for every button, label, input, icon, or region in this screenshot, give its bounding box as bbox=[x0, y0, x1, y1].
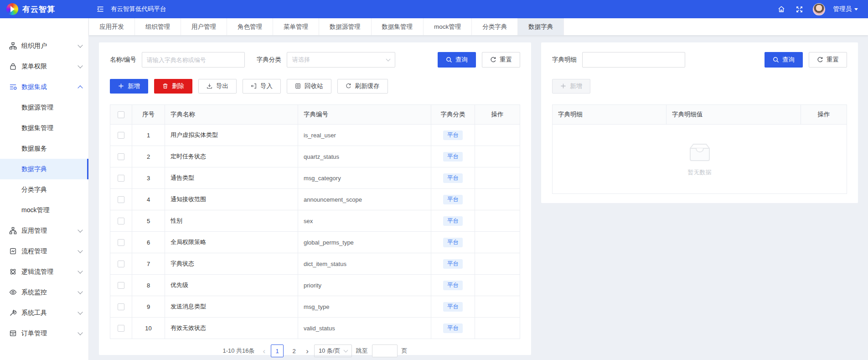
sidebar-item-label: 流程管理 bbox=[21, 247, 74, 256]
top-header: 有云智算 有云智算低代码平台 管理员 bbox=[0, 0, 868, 18]
sidebar-item-app-mgmt[interactable]: 应用管理 bbox=[0, 220, 88, 241]
detail-reset-button[interactable]: 重置 bbox=[809, 52, 847, 68]
sidebar-item-process-mgmt[interactable]: 流程管理 bbox=[0, 241, 88, 261]
export-button[interactable]: 导出 bbox=[198, 79, 237, 94]
row-checkbox[interactable] bbox=[118, 325, 124, 332]
sidebar-item-menu-perms[interactable]: 菜单权限 bbox=[0, 56, 88, 77]
add-button[interactable]: 新增 bbox=[110, 79, 148, 94]
name-code-label: 名称/编号 bbox=[110, 56, 136, 64]
pagination: 1-10 共16条 ‹ 1 2 › 10 条/页 跳至 页 bbox=[110, 344, 520, 358]
recycle-bin-button-label: 回收站 bbox=[305, 82, 323, 90]
prev-page-button[interactable]: ‹ bbox=[262, 347, 267, 355]
wrench-icon bbox=[9, 309, 17, 317]
page-2-button[interactable]: 2 bbox=[288, 344, 300, 357]
delete-button[interactable]: 删除 bbox=[154, 79, 192, 94]
row-actions-cell bbox=[475, 189, 520, 210]
row-actions-cell bbox=[475, 275, 520, 296]
table-row: 7 字典状态 dict_item_status 平台 bbox=[110, 253, 520, 275]
fullscreen-icon[interactable] bbox=[795, 4, 805, 14]
sidebar-sub-category-dict[interactable]: 分类字典 bbox=[0, 179, 88, 200]
col-header-actions: 操作 bbox=[475, 105, 520, 124]
reset-button[interactable]: 重置 bbox=[482, 52, 520, 68]
next-page-button[interactable]: › bbox=[305, 347, 310, 355]
org-chart-icon bbox=[9, 42, 17, 50]
sidebar-sub-data-dict[interactable]: 数据字典 bbox=[0, 159, 88, 179]
avatar[interactable] bbox=[813, 3, 825, 16]
tab-role-mgmt[interactable]: 角色管理 bbox=[227, 18, 273, 35]
plus-icon bbox=[118, 83, 124, 89]
row-checkbox[interactable] bbox=[118, 282, 124, 289]
menu-fold-icon[interactable] bbox=[95, 4, 105, 14]
sidebar-item-sys-monitor[interactable]: 系统监控 bbox=[0, 282, 88, 303]
row-checkbox[interactable] bbox=[118, 153, 124, 160]
sidebar-sub-dataset-mgmt[interactable]: 数据集管理 bbox=[0, 118, 88, 138]
home-icon[interactable] bbox=[776, 4, 786, 14]
dict-filter-bar: 名称/编号 字典分类 请选择 查询 重置 bbox=[110, 52, 520, 68]
tab-dataset-mgmt[interactable]: 数据集管理 bbox=[372, 18, 424, 35]
select-all-checkbox[interactable] bbox=[118, 111, 124, 118]
caret-down-icon bbox=[854, 8, 858, 10]
tab-datasource-mgmt[interactable]: 数据源管理 bbox=[319, 18, 372, 35]
detail-table-header: 字典明细 字典明细值 操作 bbox=[553, 105, 847, 125]
row-index: 5 bbox=[132, 210, 165, 231]
sidebar-item-sys-tools[interactable]: 系统工具 bbox=[0, 303, 88, 323]
category-select[interactable]: 请选择 bbox=[287, 52, 395, 68]
page-unit-label: 页 bbox=[402, 347, 408, 355]
recycle-bin-button[interactable]: 回收站 bbox=[287, 79, 331, 94]
sidebar-sub-data-service[interactable]: 数据服务 bbox=[0, 138, 88, 159]
dict-code-cell: announcement_scope bbox=[298, 189, 431, 210]
sidebar-item-order-mgmt[interactable]: 订单管理 bbox=[0, 323, 88, 344]
row-index: 6 bbox=[132, 232, 165, 253]
tab-org-mgmt[interactable]: 组织管理 bbox=[135, 18, 181, 35]
row-checkbox[interactable] bbox=[118, 196, 124, 203]
col-header-actions: 操作 bbox=[801, 105, 847, 124]
jump-page-input[interactable] bbox=[372, 344, 398, 357]
sidebar-item-logicflow-mgmt[interactable]: 逻辑流管理 bbox=[0, 261, 88, 282]
row-checkbox[interactable] bbox=[118, 218, 124, 224]
category-tag: 平台 bbox=[443, 195, 463, 204]
sidebar-sub-mock-mgmt[interactable]: mock管理 bbox=[0, 200, 88, 220]
tab-category-dict[interactable]: 分类字典 bbox=[472, 18, 518, 35]
sidebar-item-label: 应用管理 bbox=[21, 227, 74, 235]
row-index: 2 bbox=[132, 146, 165, 167]
tab-user-mgmt[interactable]: 用户管理 bbox=[181, 18, 227, 35]
dict-table: 序号 字典名称 字典编号 字典分类 操作 1 用户虚拟实体类型 is_real_… bbox=[110, 104, 520, 339]
row-checkbox[interactable] bbox=[118, 239, 124, 246]
table-row: 4 通知接收范围 announcement_scope 平台 bbox=[110, 189, 520, 210]
dict-code-cell: valid_status bbox=[298, 318, 431, 339]
tab-app-dev[interactable]: 应用开发 bbox=[89, 18, 135, 35]
refresh-cache-button[interactable]: 刷新缓存 bbox=[337, 79, 388, 94]
dict-name-cell: 通告类型 bbox=[165, 167, 298, 188]
brand: 有云智算 bbox=[0, 3, 89, 15]
header-actions: 管理员 bbox=[776, 3, 868, 16]
table-row: 5 性别 sex 平台 bbox=[110, 210, 520, 232]
sidebar-item-org-users[interactable]: 组织用户 bbox=[0, 36, 88, 56]
sidebar-item-label: 组织用户 bbox=[21, 42, 74, 50]
chevron-up-icon bbox=[78, 85, 83, 90]
row-checkbox[interactable] bbox=[118, 303, 124, 310]
row-checkbox[interactable] bbox=[118, 132, 124, 139]
name-code-input[interactable] bbox=[142, 52, 245, 68]
row-actions-cell bbox=[475, 167, 520, 188]
table-row: 10 有效无效状态 valid_status 平台 bbox=[110, 318, 520, 339]
sidebar-sub-datasource-mgmt[interactable]: 数据源管理 bbox=[0, 97, 88, 118]
sidebar: 组织用户 菜单权限 数据集成 数据源管理 数据集管理 数据服务 数据字典 分类字… bbox=[0, 18, 89, 360]
detail-search-button[interactable]: 查询 bbox=[765, 52, 803, 68]
page-1-button[interactable]: 1 bbox=[271, 344, 284, 357]
row-checkbox[interactable] bbox=[118, 175, 124, 182]
page-size-select[interactable]: 10 条/页 bbox=[314, 344, 352, 357]
search-button[interactable]: 查询 bbox=[438, 52, 476, 68]
tab-menu-mgmt[interactable]: 菜单管理 bbox=[273, 18, 319, 35]
user-menu[interactable]: 管理员 bbox=[833, 5, 858, 13]
dict-name-cell: 用户虚拟实体类型 bbox=[165, 125, 298, 146]
category-tag: 平台 bbox=[443, 152, 463, 162]
sidebar-item-data-integration[interactable]: 数据集成 bbox=[0, 77, 88, 97]
tab-data-dict[interactable]: 数据字典 bbox=[518, 18, 564, 35]
row-actions-cell bbox=[475, 318, 520, 339]
row-index: 8 bbox=[132, 275, 165, 296]
detail-add-button[interactable]: 新增 bbox=[552, 79, 590, 94]
tab-mock-mgmt[interactable]: mock管理 bbox=[424, 18, 472, 35]
row-checkbox[interactable] bbox=[118, 261, 124, 267]
import-button[interactable]: 导入 bbox=[243, 79, 281, 94]
detail-search-input[interactable] bbox=[582, 52, 685, 68]
